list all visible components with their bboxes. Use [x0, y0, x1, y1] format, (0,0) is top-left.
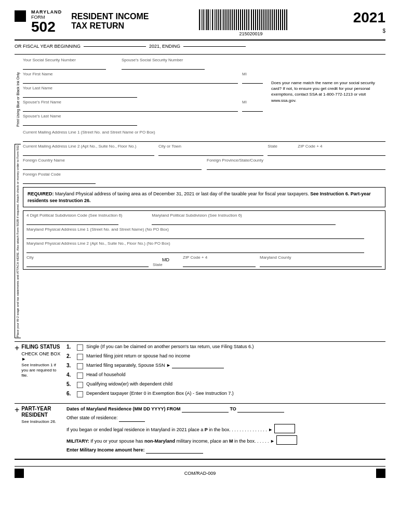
filing-checkbox-3[interactable] [77, 363, 83, 369]
print-label-container: Print Using Blue or Black Ink Only [15, 58, 21, 142]
year-area: 2021 $ [353, 9, 385, 34]
addr-zip-input[interactable] [298, 149, 385, 156]
part-year-dates-row: Dates of Maryland Residence (MM DD YYYY)… [66, 406, 385, 413]
personal-section-wrapper: Print Using Blue or Black Ink Only Your … [15, 58, 385, 142]
md-city-input[interactable] [26, 260, 149, 267]
addr-line2-label: Current Mailing Address Line 2 (Apt No.,… [23, 144, 154, 149]
md-addr-line1-input[interactable] [26, 232, 364, 239]
spouse-ssn-line[interactable] [172, 368, 224, 368]
military-income-row: Enter Military Income amount here: [66, 447, 385, 454]
mi-input[interactable] [242, 76, 263, 84]
spouse-last-input[interactable] [23, 118, 137, 126]
address-section-wrapper: Place your W-2 wage and tax statements a… [15, 144, 385, 338]
military-income-input[interactable] [146, 453, 203, 454]
footer: COM/RAD-009 [15, 466, 385, 478]
military-desc: If you or your spouse has [90, 438, 143, 443]
spouse-last-label: Spouse's Last Name [23, 114, 263, 118]
part-year-section: + PART-YEAR RESIDENT See Instruction 26.… [15, 403, 385, 454]
md-city-field: City [26, 255, 149, 267]
first-name-row: Your First Name MI [23, 72, 263, 84]
filing-option-6: 6. Dependent taxpayer (Enter 0 in Exempt… [66, 391, 385, 397]
mi-field: MI [242, 72, 263, 84]
filing-checkbox-5[interactable] [77, 382, 83, 388]
spouse-first-input[interactable] [23, 104, 238, 112]
foreign-province-input[interactable] [207, 163, 385, 170]
filing-checkbox-1[interactable] [77, 344, 83, 351]
option-3-num: 3. [66, 363, 74, 368]
option-4-text: Head of household [86, 372, 126, 378]
part-year-plus-icon: + [15, 406, 19, 414]
addr-city-field: City or Town [158, 144, 263, 156]
md-zip-field: ZIP Code + 4 [183, 255, 256, 267]
header: MARYLAND FORM 502 RESIDENT INCOME TAX RE… [15, 9, 385, 36]
military-box[interactable] [276, 435, 297, 445]
md-addr-line1-field: Maryland Physical Address Line 1 (Street… [26, 227, 382, 239]
spouse-mi-input[interactable] [242, 104, 263, 112]
fiscal-year-row: OR FISCAL YEAR BEGINNING 2021, ENDING [15, 44, 385, 49]
md-county-input[interactable] [260, 260, 382, 267]
last-name-input[interactable] [23, 90, 137, 98]
spouse-first-label: Spouse's First Name [23, 100, 238, 104]
option-2-num: 2. [66, 353, 74, 359]
dates-to-input[interactable] [237, 412, 284, 413]
required-bold: REQUIRED: [28, 191, 54, 196]
spouse-ssn-input[interactable] [122, 62, 205, 70]
legal-p: P [205, 427, 208, 432]
md-addr-line2-input[interactable] [26, 246, 364, 253]
part-year-left: + PART-YEAR RESIDENT See Instruction 26. [15, 406, 66, 454]
md-state-label: State [153, 262, 179, 267]
filing-left: + FILING STATUS CHECK ONE BOX ► See Inst… [15, 344, 66, 400]
addr-line1-input[interactable] [23, 135, 385, 142]
addr-state-label: State [268, 144, 294, 149]
fiscal-year-beginning-line[interactable] [84, 46, 146, 47]
option-5-num: 5. [66, 381, 74, 387]
filing-option-3: 3. Married filing separately, Spouse SSN… [66, 363, 385, 369]
ssa-note: Does your name match the name on your so… [271, 80, 385, 103]
addr-state-field: State [268, 144, 294, 156]
filing-option-1: 1. Single (If you can be claimed on anot… [66, 344, 385, 351]
md-city-label: City [26, 255, 149, 260]
your-ssn-label: Your Social Security Number [23, 58, 106, 62]
foreign-postal-input[interactable] [23, 177, 96, 184]
md-sub-name-input[interactable] [152, 218, 336, 225]
filing-checkbox-6[interactable] [77, 391, 83, 397]
form-id: MARYLAND FORM 502 [31, 9, 62, 34]
last-name-field: Your Last Name [23, 86, 263, 98]
foreign-country-input[interactable] [23, 163, 202, 170]
your-ssn-input[interactable] [23, 62, 106, 70]
foreign-province-label: Foreign Province/State/County [207, 158, 385, 163]
form-code: COM/RAD-009 [184, 471, 216, 476]
filing-checkbox-4[interactable] [77, 373, 83, 379]
md-city-row: City MD State ZIP Code + 4 Maryland Coun… [26, 255, 382, 267]
foreign-postal-field: Foreign Postal Code [23, 172, 385, 184]
spouse-first-row: Spouse's First Name MI [23, 100, 263, 112]
fiscal-year-ending-line[interactable] [183, 46, 246, 47]
first-name-input[interactable] [23, 76, 238, 84]
corner-square-bottom-right [376, 469, 385, 478]
foreign-row: Foreign Country Name Foreign Province/St… [23, 158, 385, 170]
dates-from-input[interactable] [182, 412, 229, 413]
md-sub-code-input[interactable] [26, 218, 118, 225]
your-ssn-field: Your Social Security Number [23, 58, 106, 70]
filing-checkbox-2[interactable] [77, 354, 83, 360]
mi-label: MI [242, 72, 263, 76]
addr-line2-row: Current Mailing Address Line 2 (Apt No.,… [23, 144, 385, 156]
other-state-row: Other state of residence: [66, 415, 385, 422]
address-line1-section: Current Mailing Address Line 1 (Street N… [23, 130, 385, 142]
part-year-title: PART-YEAR RESIDENT [21, 406, 62, 418]
legal-residence-box[interactable] [274, 424, 295, 433]
option-6-text: Dependent taxpayer (Enter 0 in Exemption… [86, 391, 234, 397]
other-state-label: Other state of residence: [66, 415, 118, 420]
option-3-text: Married filing separately, Spouse SSN ► [86, 363, 224, 369]
filing-instruction: See Instruction 1 if you are required to… [21, 363, 62, 379]
barcode [199, 9, 303, 30]
dates-label: Dates of Maryland Residence (MM DD YYYY)… [66, 406, 180, 411]
other-state-input[interactable] [119, 421, 145, 422]
addr-city-input[interactable] [158, 149, 263, 156]
md-state-field: MD State [153, 257, 179, 267]
md-zip-input[interactable] [183, 260, 256, 267]
legal-residence-row: If you began or ended legal residence in… [66, 424, 385, 433]
addr-line2-input[interactable] [23, 149, 154, 156]
attach-label: Place your W-2 wage and tax statements a… [16, 144, 20, 338]
spouse-last-field: Spouse's Last Name [23, 114, 263, 126]
